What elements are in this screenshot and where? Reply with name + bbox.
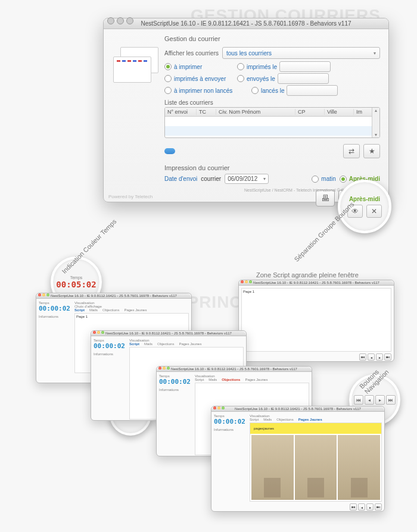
mini-title: NestScriptUse 16.10 - IE 9.0.8112.16421 … bbox=[36, 293, 191, 299]
refresh-button[interactable]: ⇄ bbox=[343, 144, 360, 158]
table-row[interactable] bbox=[165, 126, 372, 136]
date-input[interactable]: 06/09/2012 ▾ bbox=[225, 174, 269, 184]
tab-script[interactable]: Script bbox=[129, 342, 139, 346]
col-im[interactable]: Im bbox=[354, 109, 372, 115]
radio-label: à imprimer bbox=[174, 64, 202, 70]
col-cp[interactable]: CP bbox=[295, 109, 325, 115]
scrollbar[interactable]: ▴ ▾ bbox=[372, 108, 379, 137]
nav-icon[interactable]: ⏭ bbox=[375, 503, 382, 511]
nav-icon[interactable]: ⏭ bbox=[384, 353, 391, 361]
radio-label: lancés le bbox=[261, 87, 284, 94]
pagesjaunes-content: pagesjaunes bbox=[250, 423, 382, 502]
date-dropdown[interactable] bbox=[279, 61, 331, 72]
tab-objections[interactable]: Objections bbox=[102, 308, 119, 312]
radio-launched-on[interactable]: lancés le bbox=[251, 85, 338, 96]
impression-heading: Impression du courrier bbox=[164, 164, 380, 171]
tab-mails[interactable]: Mails bbox=[208, 378, 217, 381]
time-value: 00:00:02 bbox=[94, 342, 127, 350]
radio-matin[interactable]: matin bbox=[312, 176, 335, 183]
tab-objections[interactable]: Objections bbox=[222, 378, 240, 381]
nav-icon[interactable]: ⏮ bbox=[359, 353, 366, 361]
mini-window-5: NestScriptUse 16.10 - IE 9.0.8112.16421 … bbox=[211, 406, 385, 512]
tab-mails[interactable]: Mails bbox=[263, 418, 272, 421]
close-icon[interactable] bbox=[107, 17, 114, 24]
radio-printed-on[interactable]: imprimés le bbox=[237, 61, 331, 72]
print-button[interactable]: 🖶 bbox=[316, 190, 335, 206]
script-content-full: Page 1 bbox=[241, 288, 391, 352]
date-dropdown[interactable] bbox=[278, 73, 329, 84]
nav-next-icon: ▸ bbox=[375, 395, 385, 405]
col-ville[interactable]: Ville bbox=[325, 109, 354, 115]
time-value: 00:00:02 bbox=[214, 418, 247, 425]
radio-icon bbox=[164, 63, 172, 70]
annot-separation: Séparation Groupe Boutons bbox=[293, 201, 356, 263]
badge-apresmidi: Après-midi bbox=[349, 196, 380, 202]
nav-icon[interactable]: ▸ bbox=[366, 503, 374, 511]
show-dropdown[interactable]: tous les courriers ▾ bbox=[222, 47, 380, 59]
selection-pill bbox=[164, 148, 175, 154]
nav-icon[interactable]: ⏮ bbox=[350, 503, 357, 511]
time-value: 00:00:02 bbox=[39, 305, 72, 312]
minimize-icon[interactable] bbox=[117, 17, 124, 24]
info-label: Informations bbox=[214, 428, 247, 431]
col-tc[interactable]: TC bbox=[197, 109, 216, 115]
nav-first-icon: ⏮ bbox=[354, 395, 363, 405]
time-label: Temps bbox=[70, 276, 83, 280]
radio-toprint-notlaunched[interactable]: à imprimer non lancés bbox=[164, 85, 244, 96]
radio-label: à imprimer non lancés bbox=[174, 87, 232, 94]
col-numero[interactable]: N° envoi bbox=[165, 109, 197, 115]
pj-image-1 bbox=[251, 435, 294, 500]
radio-sent-on[interactable]: envoyés le bbox=[237, 73, 329, 84]
tab-objections[interactable]: Objections bbox=[157, 342, 174, 346]
info-label: Informations bbox=[94, 352, 127, 356]
arrow-down-icon[interactable]: ▾ bbox=[375, 132, 377, 137]
envelope-icon bbox=[112, 45, 158, 91]
radio-printed-tosend[interactable]: imprimés à envoyer bbox=[164, 73, 230, 84]
mail-table: N° envoi TC Civ. Nom Prénom CP Ville Im … bbox=[164, 107, 380, 138]
tab-pages[interactable]: Pages Jaunes bbox=[124, 308, 147, 312]
tab-mails[interactable]: Mails bbox=[89, 308, 98, 312]
annot-zonescript: Zone Script agrandie pleine fenêtre bbox=[256, 271, 359, 278]
info-label: Informations bbox=[39, 315, 72, 318]
mini-title: NestScriptUse 16.10 - IE 9.0.8112.16421 … bbox=[157, 367, 312, 372]
tab-script[interactable]: Script bbox=[74, 308, 85, 312]
radio-icon bbox=[164, 87, 172, 94]
col-nom[interactable]: Civ. Nom Prénom bbox=[216, 109, 295, 115]
mini-title: NestScriptUse 16.10 - IE 9.0.8112.16421 … bbox=[91, 331, 246, 336]
date-suffix: courrier bbox=[201, 176, 221, 182]
zoom-icon[interactable] bbox=[126, 17, 133, 24]
radio-label: envoyés le bbox=[247, 76, 275, 82]
nav-icon[interactable]: ◂ bbox=[358, 503, 365, 511]
pj-image-2 bbox=[295, 435, 337, 500]
tab-pages[interactable]: Pages Jaunes bbox=[245, 378, 267, 381]
show-label: Afficher les courriers bbox=[164, 50, 219, 57]
mini-title: NestScriptUse 16.10 - IE 9.0.8112.16421 … bbox=[211, 406, 384, 412]
close-button-zoom: ✕ bbox=[366, 205, 382, 218]
date-dropdown[interactable] bbox=[287, 85, 338, 96]
tab-objections[interactable]: Objections bbox=[276, 418, 293, 421]
traffic-lights bbox=[107, 17, 133, 24]
table-row[interactable] bbox=[165, 117, 372, 126]
radio-icon bbox=[251, 87, 259, 94]
nav-icon[interactable]: ◂ bbox=[368, 353, 375, 361]
nav-icon[interactable]: ▸ bbox=[376, 353, 383, 361]
mini-title: NestScriptUse 16.10 - IE 9.0.8112.16421 … bbox=[239, 280, 394, 286]
arrow-up-icon[interactable]: ▴ bbox=[375, 108, 377, 113]
settings-button[interactable]: ★ bbox=[363, 144, 380, 158]
tab-pages[interactable]: Pages Jaunes bbox=[179, 342, 201, 346]
info-label: Informations bbox=[159, 388, 192, 392]
window-title: NestScriptUse 16.10 - IE 9.0.8112.16421 … bbox=[104, 18, 388, 29]
tab-script[interactable]: Script bbox=[250, 418, 259, 421]
dropdown-value: tous les courriers bbox=[226, 50, 272, 57]
radio-label: imprimés le bbox=[247, 64, 277, 70]
table-header: N° envoi TC Civ. Nom Prénom CP Ville Im bbox=[165, 108, 372, 117]
radio-label: matin bbox=[321, 176, 335, 182]
radio-to-print[interactable]: à imprimer bbox=[164, 61, 230, 72]
tab-mails[interactable]: Mails bbox=[144, 342, 153, 346]
page-label: Page 1 bbox=[76, 315, 88, 318]
tab-script[interactable]: Script bbox=[195, 378, 204, 381]
radio-icon bbox=[312, 176, 319, 183]
tab-pages[interactable]: Pages Jaunes bbox=[298, 418, 322, 421]
radio-label: imprimés à envoyer bbox=[174, 76, 226, 82]
radio-group: à imprimer imprimés le imprimés à envoye… bbox=[164, 61, 380, 96]
